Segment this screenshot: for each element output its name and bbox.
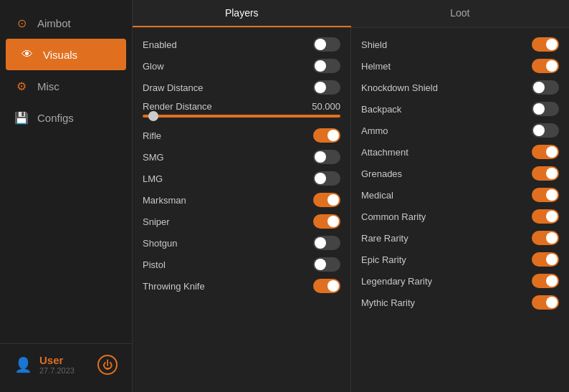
- setting-label-enabled: Enabled: [143, 39, 177, 50]
- sidebar: ⊙ Aimbot 👁 Visuals ⚙ Misc 💾 Configs 👤 Us…: [0, 0, 133, 392]
- setting-row-epic-rarity: Epic Rarity: [361, 249, 559, 270]
- toggle-grenades[interactable]: [532, 166, 559, 181]
- toggle-attachment[interactable]: [532, 145, 559, 159]
- render-distance-row: Render Distance 50.000: [143, 98, 340, 125]
- setting-label-helmet: Helmet: [361, 61, 391, 72]
- toggle-pistol[interactable]: [313, 257, 340, 272]
- tab-players[interactable]: Players: [133, 0, 351, 27]
- toggle-smg[interactable]: [313, 150, 340, 164]
- tabs-bar: Players Loot: [133, 0, 569, 28]
- setting-label-rifle: Rifle: [143, 130, 161, 141]
- toggle-knockdown-shield[interactable]: [532, 80, 559, 95]
- sidebar-item-visuals[interactable]: 👁 Visuals: [6, 39, 126, 70]
- setting-row-sniper: Sniper: [143, 211, 340, 232]
- setting-label-glow: Glow: [143, 61, 164, 72]
- setting-row-glow: Glow: [143, 55, 340, 77]
- user-icon: 👤: [14, 356, 32, 373]
- toggle-rare-rarity[interactable]: [532, 231, 559, 245]
- misc-icon: ⚙: [14, 79, 29, 93]
- setting-row-shield: Shield: [361, 34, 559, 55]
- sidebar-label-configs: Configs: [37, 112, 74, 124]
- setting-row-rare-rarity: Rare Rarity: [361, 227, 559, 249]
- user-info: User 27.7.2023: [39, 354, 90, 375]
- setting-row-knockdown-shield: Knockdown Shield: [361, 77, 559, 98]
- toggle-shield[interactable]: [532, 37, 559, 52]
- setting-row-mythic-rarity: Mythic Rarity: [361, 292, 559, 313]
- setting-row-pistol: Pistol: [143, 254, 340, 275]
- setting-label-grenades: Grenades: [361, 168, 402, 179]
- setting-row-lmg: LMG: [143, 168, 340, 189]
- setting-label-throwing-knife: Throwing Knife: [143, 281, 205, 292]
- toggle-lmg[interactable]: [313, 171, 340, 186]
- sidebar-bottom: 👤 User 27.7.2023 ⏻: [0, 343, 132, 385]
- setting-label-sniper: Sniper: [143, 216, 170, 227]
- loot-panel: Shield Helmet Knockdown Shield Backpack …: [351, 28, 569, 392]
- sidebar-label-aimbot: Aimbot: [37, 17, 71, 29]
- setting-row-throwing-knife: Throwing Knife: [143, 275, 340, 297]
- setting-label-medical: Medical: [361, 190, 393, 201]
- toggle-epic-rarity[interactable]: [532, 252, 559, 267]
- toggle-common-rarity[interactable]: [532, 209, 559, 224]
- setting-label-draw-distance: Draw Distance: [143, 82, 204, 93]
- setting-row-attachment: Attachment: [361, 141, 559, 163]
- setting-label-common-rarity: Common Rarity: [361, 211, 426, 222]
- power-button[interactable]: ⏻: [97, 355, 118, 375]
- setting-row-smg: SMG: [143, 146, 340, 168]
- setting-label-mythic-rarity: Mythic Rarity: [361, 297, 415, 308]
- setting-row-helmet: Helmet: [361, 55, 559, 77]
- render-distance-value: 50.000: [312, 101, 340, 112]
- sidebar-item-aimbot[interactable]: ⊙ Aimbot: [0, 7, 132, 39]
- toggle-glow[interactable]: [313, 59, 340, 73]
- setting-row-common-rarity: Common Rarity: [361, 206, 559, 227]
- toggle-mythic-rarity[interactable]: [532, 295, 559, 310]
- setting-label-pistol: Pistol: [143, 259, 166, 270]
- setting-label-smg: SMG: [143, 152, 164, 163]
- aimbot-icon: ⊙: [14, 16, 29, 30]
- toggle-throwing-knife[interactable]: [313, 279, 340, 293]
- setting-row-rifle: Rifle: [143, 125, 340, 146]
- toggle-draw-distance[interactable]: [313, 80, 340, 95]
- setting-row-backpack: Backpack: [361, 98, 559, 120]
- sidebar-item-misc[interactable]: ⚙ Misc: [0, 70, 132, 102]
- setting-row-shotgun: Shotgun: [143, 232, 340, 254]
- setting-label-shield: Shield: [361, 39, 387, 50]
- tab-loot[interactable]: Loot: [351, 0, 570, 27]
- toggle-helmet[interactable]: [532, 59, 559, 73]
- setting-label-lmg: LMG: [143, 173, 163, 184]
- toggle-enabled[interactable]: [313, 37, 340, 52]
- setting-row-draw-distance: Draw Distance: [143, 77, 340, 98]
- setting-label-epic-rarity: Epic Rarity: [361, 254, 406, 265]
- setting-row-medical: Medical: [361, 184, 559, 206]
- setting-row-enabled: Enabled: [143, 34, 340, 55]
- sidebar-item-configs[interactable]: 💾 Configs: [0, 102, 132, 133]
- toggle-ammo[interactable]: [532, 123, 559, 138]
- setting-row-ammo: Ammo: [361, 120, 559, 141]
- toggle-sniper[interactable]: [313, 214, 340, 229]
- visuals-icon: 👁: [20, 47, 34, 62]
- sidebar-label-visuals: Visuals: [43, 49, 77, 61]
- setting-row-grenades: Grenades: [361, 163, 559, 184]
- setting-row-legendary-rarity: Legendary Rarity: [361, 270, 559, 292]
- sidebar-label-misc: Misc: [37, 80, 59, 92]
- render-distance-slider[interactable]: [143, 112, 340, 122]
- setting-row-marksman: Marksman: [143, 189, 340, 211]
- render-distance-label: Render Distance: [143, 101, 212, 112]
- toggle-medical[interactable]: [532, 188, 559, 202]
- setting-label-backpack: Backpack: [361, 104, 401, 115]
- configs-icon: 💾: [14, 110, 29, 125]
- setting-label-shotgun: Shotgun: [143, 238, 177, 249]
- setting-label-ammo: Ammo: [361, 125, 388, 136]
- username: User: [39, 354, 90, 366]
- setting-label-knockdown-shield: Knockdown Shield: [361, 82, 438, 93]
- players-panel: Enabled Glow Draw Distance Render Distan…: [133, 28, 351, 392]
- setting-label-legendary-rarity: Legendary Rarity: [361, 276, 432, 287]
- toggle-marksman[interactable]: [313, 193, 340, 207]
- toggle-rifle[interactable]: [313, 128, 340, 143]
- toggle-legendary-rarity[interactable]: [532, 274, 559, 288]
- main-content: Players Loot Enabled Glow Draw Distance …: [133, 0, 569, 392]
- setting-label-attachment: Attachment: [361, 147, 408, 158]
- toggle-shotgun[interactable]: [313, 236, 340, 250]
- setting-label-marksman: Marksman: [143, 195, 186, 206]
- toggle-backpack[interactable]: [532, 102, 559, 116]
- panels: Enabled Glow Draw Distance Render Distan…: [133, 28, 569, 392]
